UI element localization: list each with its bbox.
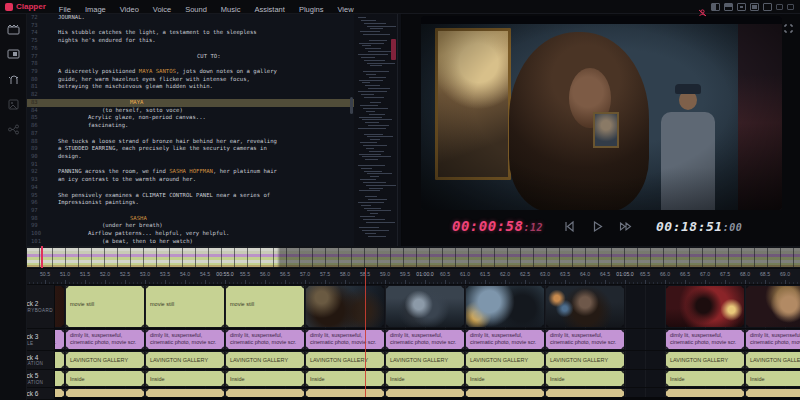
style-clip[interactable]: dimly lit, suspenseful,cinematic photo, …	[66, 330, 144, 349]
clip-handle[interactable]	[301, 346, 304, 349]
clip-handle[interactable]	[61, 383, 64, 386]
clip-handle[interactable]	[541, 352, 544, 355]
screenplay-panel-icon[interactable]	[7, 47, 20, 60]
clip-handle[interactable]	[301, 389, 304, 392]
clip-handle[interactable]	[141, 389, 144, 392]
screenplay-line[interactable]: 73	[27, 22, 354, 30]
clip-handle[interactable]	[61, 352, 64, 355]
interior-clip[interactable]: Inside	[146, 371, 224, 386]
location-clip[interactable]: LAVINGTON GALLERY	[466, 352, 544, 368]
layout-grid-icon[interactable]	[763, 3, 772, 11]
clip-handle[interactable]	[146, 352, 149, 355]
clip-handle[interactable]	[146, 371, 149, 374]
clip-handle[interactable]	[141, 371, 144, 374]
clip-handle[interactable]	[146, 365, 149, 368]
layout-center-icon[interactable]	[737, 3, 746, 11]
clip-handle[interactable]	[221, 383, 224, 386]
clip-handle[interactable]	[306, 324, 309, 327]
extra-clip[interactable]	[746, 389, 800, 397]
menu-item-assistant[interactable]: Assistant	[247, 5, 291, 14]
style-clip[interactable]: dimly lit, suspenseful,cinematic photo, …	[146, 330, 224, 349]
screenplay-line[interactable]: 84(to herself, sotto voce)	[27, 107, 354, 115]
clip-handle[interactable]	[306, 389, 309, 392]
interior-clip[interactable]: Inside	[66, 371, 144, 386]
overview-playhead[interactable]	[41, 246, 43, 268]
clip-handle[interactable]	[226, 352, 229, 355]
clip-handle[interactable]	[741, 346, 744, 349]
clip-handle[interactable]	[741, 383, 744, 386]
clip-handle[interactable]	[666, 389, 669, 392]
clip-handle[interactable]	[741, 286, 744, 289]
clip-handle[interactable]	[141, 346, 144, 349]
interior-clip[interactable]: Inside	[546, 371, 624, 386]
clip-handle[interactable]	[746, 286, 749, 289]
screenplay-line[interactable]: 81betraying the mischievous gleam hidden…	[27, 83, 354, 91]
timeline-ruler[interactable]: 50.551.051.552.052.553.053.554.054.500:5…	[0, 268, 800, 285]
clip-handle[interactable]	[461, 286, 464, 289]
storyboard-clip[interactable]: movie still	[66, 286, 144, 327]
clip-handle[interactable]	[546, 286, 549, 289]
clip-handle[interactable]	[66, 371, 69, 374]
clip-handle[interactable]	[381, 324, 384, 327]
clip-handle[interactable]	[466, 389, 469, 392]
clip-handle[interactable]	[541, 389, 544, 392]
location-clip[interactable]: LAVINGTON GALLERY	[386, 352, 464, 368]
clip-handle[interactable]	[66, 365, 69, 368]
interior-clip[interactable]: Inside	[746, 371, 800, 386]
fullscreen-icon[interactable]	[784, 19, 793, 28]
screenplay-line[interactable]: 85Acrylic glaze, non-period canvas...	[27, 114, 354, 122]
clip-handle[interactable]	[306, 286, 309, 289]
menu-item-voice[interactable]: Voice	[146, 5, 178, 14]
location-clip[interactable]: LAVINGTON GALLERY	[306, 352, 384, 368]
clip-handle[interactable]	[741, 389, 744, 392]
clip-handle[interactable]	[621, 383, 624, 386]
clip-handle[interactable]	[66, 324, 69, 327]
script-editor-icon[interactable]	[7, 22, 20, 35]
clip-handle[interactable]	[666, 352, 669, 355]
style-clip[interactable]: dimly lit, suspenseful,cinematic photo, …	[386, 330, 464, 349]
clip-handle[interactable]	[546, 324, 549, 327]
clip-handle[interactable]	[386, 371, 389, 374]
clip-handle[interactable]	[306, 352, 309, 355]
clip-handle[interactable]	[301, 371, 304, 374]
menu-item-file[interactable]: File	[52, 5, 78, 14]
screenplay-line[interactable]: 87	[27, 130, 354, 138]
style-clip[interactable]: dimly lit, suspenseful,cinematic photo, …	[226, 330, 304, 349]
clip-handle[interactable]	[226, 371, 229, 374]
editor-minimap[interactable]	[354, 14, 402, 246]
clip-handle[interactable]	[621, 371, 624, 374]
screenplay-line[interactable]: 79A discreetly positioned MAYA SANTOS, j…	[27, 68, 354, 76]
clip-handle[interactable]	[741, 365, 744, 368]
clip-handle[interactable]	[141, 383, 144, 386]
clip-handle[interactable]	[461, 352, 464, 355]
screenplay-line[interactable]: 93an icy contrast to the warmth around h…	[27, 176, 354, 184]
clip-handle[interactable]	[141, 365, 144, 368]
gallery-panel-icon[interactable]	[7, 97, 20, 110]
clip-handle[interactable]	[541, 383, 544, 386]
clip-handle[interactable]	[541, 371, 544, 374]
clip-handle[interactable]	[381, 352, 384, 355]
play-icon[interactable]	[590, 219, 605, 234]
voice-status-icon[interactable]	[698, 3, 707, 11]
clip-handle[interactable]	[541, 324, 544, 327]
window-restore-icon[interactable]	[776, 4, 783, 10]
window-minimize-icon[interactable]	[787, 4, 794, 10]
clip-handle[interactable]	[746, 383, 749, 386]
clip-handle[interactable]	[461, 383, 464, 386]
screenplay-line[interactable]: 75nights he's endured for this.	[27, 37, 354, 45]
clip-handle[interactable]	[381, 286, 384, 289]
clip-handle[interactable]	[221, 365, 224, 368]
workflow-nodes-icon[interactable]	[7, 122, 20, 135]
layout-filled-panel-icon[interactable]	[750, 3, 759, 11]
clip-handle[interactable]	[541, 286, 544, 289]
screenplay-line[interactable]: 90design.	[27, 153, 354, 161]
clip-handle[interactable]	[386, 383, 389, 386]
clip-handle[interactable]	[666, 383, 669, 386]
location-clip[interactable]: LAVINGTON GALLERY	[746, 352, 800, 368]
clip-handle[interactable]	[61, 371, 64, 374]
clip-handle[interactable]	[381, 346, 384, 349]
clip-handle[interactable]	[61, 324, 64, 327]
clip-handle[interactable]	[386, 324, 389, 327]
clip-handle[interactable]	[621, 352, 624, 355]
clip-handle[interactable]	[306, 371, 309, 374]
